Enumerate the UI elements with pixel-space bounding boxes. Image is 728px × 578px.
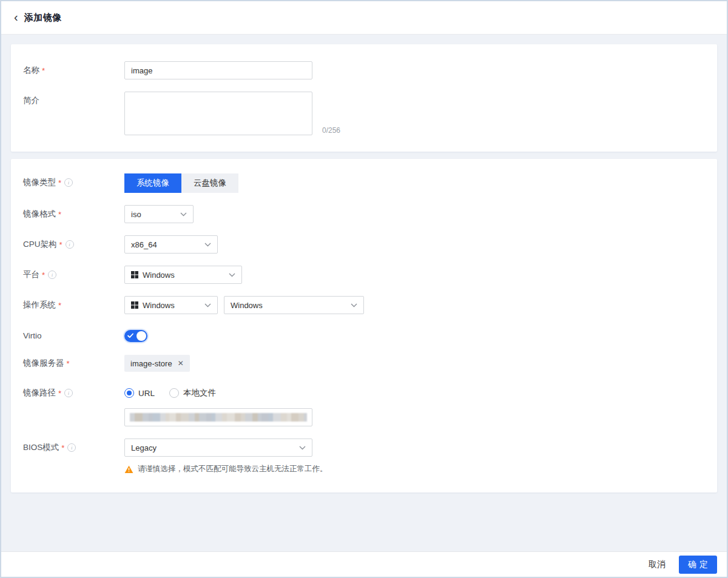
radio-url-label: URL xyxy=(138,389,155,398)
image-format-label-group: 镜像格式 * xyxy=(23,205,124,220)
chevron-down-icon xyxy=(204,243,211,247)
cancel-button[interactable]: 取消 xyxy=(649,559,666,570)
platform-value: Windows xyxy=(143,271,224,280)
bios-mode-label-group: BIOS模式 * i xyxy=(23,439,124,453)
required-mark: * xyxy=(59,240,62,249)
description-row: 简介 0/256 xyxy=(23,92,705,137)
required-mark: * xyxy=(58,301,61,310)
cpu-arch-label: CPU架构 xyxy=(23,239,57,250)
radio-local-file[interactable]: 本地文件 xyxy=(169,388,216,398)
required-mark: * xyxy=(42,271,45,280)
image-type-tabs: 系统镜像 云盘镜像 xyxy=(124,173,238,193)
tab-volume-image[interactable]: 云盘镜像 xyxy=(181,173,238,193)
os-family-value: Windows xyxy=(143,301,200,310)
footer-bar: 取消 确定 xyxy=(1,551,727,577)
platform-label-group: 平台 * i xyxy=(23,266,124,280)
cpu-arch-label-group: CPU架构 * i xyxy=(23,235,124,250)
chevron-down-icon xyxy=(204,303,211,307)
name-label-group: 名称 * xyxy=(23,61,124,76)
radio-local-file-dot xyxy=(169,388,179,398)
cpu-arch-value: x86_64 xyxy=(131,240,200,249)
windows-logo-icon xyxy=(131,271,138,278)
bios-mode-value: Legacy xyxy=(131,443,294,452)
name-label: 名称 xyxy=(23,65,39,76)
required-mark: * xyxy=(58,389,61,398)
image-type-label: 镜像类型 xyxy=(23,177,56,188)
virtio-label: Virtio xyxy=(23,331,42,340)
cpu-arch-row: CPU架构 * i x86_64 xyxy=(23,235,705,254)
image-format-value: iso xyxy=(131,210,175,219)
basic-info-card: 名称 * 简介 0/256 xyxy=(11,44,717,152)
path-source-radios: URL 本地文件 xyxy=(124,386,312,400)
radio-url-dot xyxy=(124,388,134,398)
warning-triangle-icon xyxy=(124,465,133,474)
chevron-down-icon xyxy=(229,273,235,277)
image-path-row: 镜像路径 * i URL 本地文件 xyxy=(23,384,705,426)
description-label-group: 简介 xyxy=(23,92,124,106)
image-type-row: 镜像类型 * i 系统镜像 云盘镜像 xyxy=(23,173,705,193)
virtio-label-group: Virtio xyxy=(23,326,124,340)
os-version-select[interactable]: Windows xyxy=(224,296,364,314)
image-server-row: 镜像服务器 * image-store ✕ xyxy=(23,354,705,372)
bios-mode-select[interactable]: Legacy xyxy=(124,439,312,457)
image-path-label: 镜像路径 xyxy=(23,388,56,398)
virtio-row: Virtio xyxy=(23,326,705,342)
image-server-tag-label: image-store xyxy=(130,359,172,368)
bios-warning: 请谨慎选择，模式不匹配可能导致云主机无法正常工作。 xyxy=(124,464,328,474)
image-type-label-group: 镜像类型 * i xyxy=(23,173,124,188)
chevron-down-icon xyxy=(180,212,187,217)
confirm-button[interactable]: 确定 xyxy=(679,556,717,574)
image-url-redacted xyxy=(130,413,307,422)
image-format-row: 镜像格式 * iso xyxy=(23,205,705,223)
os-label: 操作系统 xyxy=(23,300,56,311)
image-url-input[interactable] xyxy=(124,408,312,426)
image-detail-card: 镜像类型 * i 系统镜像 云盘镜像 镜像格式 * xyxy=(11,159,717,492)
required-mark: * xyxy=(67,359,70,368)
os-label-group: 操作系统 * xyxy=(23,296,124,311)
tab-system-image[interactable]: 系统镜像 xyxy=(124,173,181,193)
required-mark: * xyxy=(42,66,45,75)
info-icon[interactable]: i xyxy=(67,443,76,452)
image-server-label: 镜像服务器 xyxy=(23,358,64,369)
name-input[interactable] xyxy=(124,61,312,79)
platform-label: 平台 xyxy=(23,269,39,280)
image-format-label: 镜像格式 xyxy=(23,209,56,220)
description-label: 简介 xyxy=(23,95,39,106)
chevron-down-icon xyxy=(299,446,306,450)
platform-select[interactable]: Windows xyxy=(124,266,242,284)
radio-url[interactable]: URL xyxy=(124,388,155,398)
info-icon[interactable]: i xyxy=(64,178,73,187)
required-mark: * xyxy=(58,178,61,187)
virtio-toggle[interactable] xyxy=(124,330,147,342)
description-textarea[interactable] xyxy=(124,92,312,135)
platform-row: 平台 * i Windows xyxy=(23,266,705,284)
remove-tag-icon[interactable]: ✕ xyxy=(178,359,184,368)
back-chevron-icon[interactable]: ‹ xyxy=(14,11,18,23)
os-row: 操作系统 * Windows Windows xyxy=(23,296,705,314)
image-server-tag: image-store ✕ xyxy=(124,355,190,372)
page-header: ‹ 添加镜像 xyxy=(1,1,727,35)
image-format-select[interactable]: iso xyxy=(124,205,194,223)
os-family-select[interactable]: Windows xyxy=(124,296,218,314)
bios-mode-row: BIOS模式 * i Legacy 请谨慎选择，模式不匹配可能导致云主机无法正常… xyxy=(23,439,705,474)
radio-local-file-label: 本地文件 xyxy=(183,388,216,398)
form-content: 名称 * 简介 0/256 xyxy=(1,35,727,492)
add-image-page: ‹ 添加镜像 名称 * 简介 0 xyxy=(0,0,728,578)
windows-logo-icon xyxy=(131,301,138,309)
page-title: 添加镜像 xyxy=(24,12,62,24)
info-icon[interactable]: i xyxy=(64,389,73,397)
name-row: 名称 * xyxy=(23,61,705,79)
required-mark: * xyxy=(61,443,64,452)
os-version-value: Windows xyxy=(231,301,346,310)
info-icon[interactable]: i xyxy=(66,240,74,249)
image-path-label-group: 镜像路径 * i xyxy=(23,384,124,398)
char-counter: 0/256 xyxy=(322,126,340,135)
image-server-label-group: 镜像服务器 * xyxy=(23,354,124,369)
bios-mode-label: BIOS模式 xyxy=(23,442,59,453)
toggle-knob xyxy=(136,331,146,341)
required-mark: * xyxy=(58,210,61,219)
check-icon xyxy=(127,333,133,338)
info-icon[interactable]: i xyxy=(48,271,56,279)
cpu-arch-select[interactable]: x86_64 xyxy=(124,235,218,254)
bios-warning-text: 请谨慎选择，模式不匹配可能导致云主机无法正常工作。 xyxy=(138,464,328,474)
